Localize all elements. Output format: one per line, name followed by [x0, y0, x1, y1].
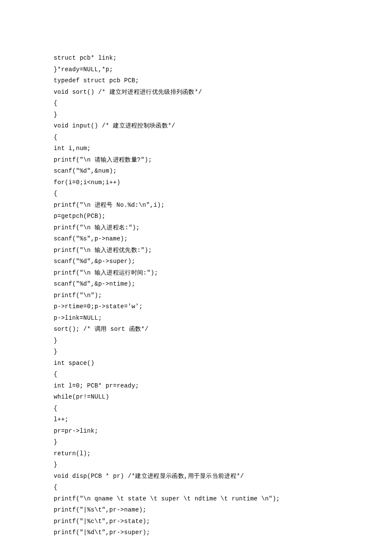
- code-line: {: [54, 403, 338, 414]
- code-line: int i,num;: [54, 143, 338, 154]
- code-line: printf("\n 进程号 No.%d:\n",i);: [54, 199, 338, 211]
- code-line: }: [54, 335, 338, 347]
- code-line: scanf("%d",&p->super);: [54, 256, 338, 267]
- code-line: {: [54, 98, 338, 109]
- code-line: struct pcb* link;: [54, 52, 338, 64]
- code-line: printf("|%c\t",pr->state);: [54, 516, 338, 527]
- code-line: return(l);: [54, 448, 338, 460]
- code-line: pr=pr->link;: [54, 425, 338, 437]
- code-line: {: [54, 188, 338, 199]
- code-line: }: [54, 459, 338, 471]
- code-line: typedef struct pcb PCB;: [54, 75, 338, 87]
- code-line: sort(); /* 调用 sort 函数*/: [54, 324, 338, 335]
- code-line: printf("|%d\t",pr->super);: [54, 527, 338, 538]
- code-line: printf("\n");: [54, 290, 338, 301]
- code-line: printf("|%s\t",pr->name);: [54, 504, 338, 516]
- code-line: printf("\n 请输入进程数量?");: [54, 154, 338, 166]
- code-line: {: [54, 132, 338, 143]
- code-line: while(pr!=NULL): [54, 391, 338, 403]
- code-line: void disp(PCB * pr) /*建立进程显示函数,用于显示当前进程*…: [54, 471, 338, 482]
- code-line: p->rtime=0;p->state='w';: [54, 301, 338, 312]
- code-line: printf("\n qname \t state \t super \t nd…: [54, 493, 338, 505]
- code-line: {: [54, 369, 338, 380]
- code-line: printf("\n 输入进程优先数:");: [54, 245, 338, 256]
- code-line: for(i=0;i<num;i++): [54, 177, 338, 188]
- code-line: int l=0; PCB* pr=ready;: [54, 380, 338, 392]
- code-line: scanf("%d",&p->ntime);: [54, 278, 338, 290]
- code-line: }*ready=NULL,*p;: [54, 64, 338, 75]
- code-line: l++;: [54, 414, 338, 425]
- code-line: int space(): [54, 358, 338, 369]
- code-line: void sort() /* 建立对进程进行优先级排列函数*/: [54, 87, 338, 98]
- code-line: scanf("%s",p->name);: [54, 233, 338, 245]
- code-line: scanf("%d",&num);: [54, 165, 338, 177]
- code-line: p->link=NULL;: [54, 312, 338, 324]
- code-line: }: [54, 436, 338, 448]
- code-line: printf("\n 输入进程运行时间:");: [54, 267, 338, 279]
- code-line: printf("\n 输入进程名:");: [54, 222, 338, 234]
- code-line: p=getpch(PCB);: [54, 211, 338, 222]
- document-page: struct pcb* link; }*ready=NULL,*p; typed…: [0, 0, 392, 538]
- code-line: }: [54, 109, 338, 121]
- code-line: }: [54, 346, 338, 358]
- code-line: {: [54, 482, 338, 493]
- code-line: void input() /* 建立进程控制块函数*/: [54, 120, 338, 132]
